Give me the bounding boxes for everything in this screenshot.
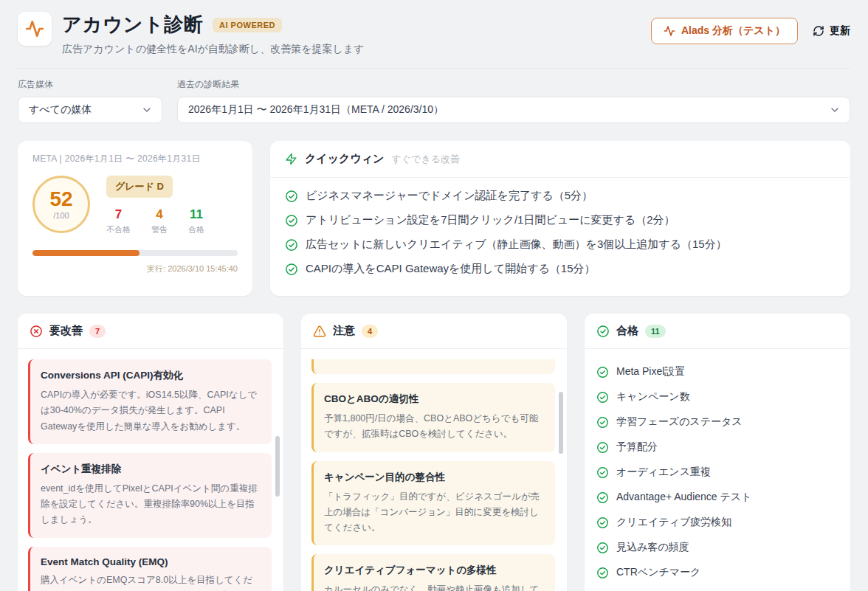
fail-column-count: 7 <box>89 325 106 338</box>
zap-icon <box>285 153 297 165</box>
filter-bar: 広告媒体 すべての媒体 過去の診断結果 2026年1月1日 〜 2026年1月3… <box>18 69 850 141</box>
refresh-button[interactable]: 更新 <box>813 24 850 38</box>
pass-item: Meta Pixel設置 <box>595 359 838 384</box>
page-title: アカウント診断 <box>62 12 204 38</box>
score-card: META | 2026年1月1日 〜 2026年1月31日 52 /100 グレ… <box>18 141 252 296</box>
check-circle-icon <box>285 214 298 227</box>
quick-win-text: 広告セットに新しいクリエイティブ（静止画像、動画）を3個以上追加する（15分） <box>306 238 727 252</box>
quick-win-item: ビジネスマネージャーでドメイン認証を完了する（5分） <box>285 189 836 203</box>
chevron-down-icon <box>141 104 153 116</box>
score-value: 52 <box>49 189 72 210</box>
issue-card: Conversions API (CAPI)有効化 CAPIの導入が必要です。i… <box>28 359 272 444</box>
warn-column-count: 4 <box>362 325 378 338</box>
refresh-label: 更新 <box>830 24 850 38</box>
executed-timestamp: 実行: 2026/3/10 15:45:40 <box>32 263 238 274</box>
fail-count-value: 7 <box>106 207 131 222</box>
issue-title: Event Match Quality (EMQ) <box>41 556 261 567</box>
quick-wins-card: クイックウィン すぐできる改善 ビジネスマネージャーでドメイン認証を完了する（5… <box>270 141 850 296</box>
check-circle-icon <box>285 238 298 252</box>
pass-item: クリエイティブ疲労検知 <box>595 510 838 535</box>
score-progress-fill <box>32 250 140 256</box>
issue-card: キャンペーン目的の整合性 「トラフィック」目的ですが、ビジネスゴールが売上の場合… <box>311 461 555 546</box>
refresh-icon <box>813 25 824 37</box>
issue-body: 「トラフィック」目的ですが、ビジネスゴールが売上の場合は「コンバージョン」目的に… <box>324 489 545 536</box>
issue-card: クリエイティブフォーマットの多様性 カルーセルのみでなく、動画や静止画像も追加し… <box>311 554 555 591</box>
issue-title: CBOとABOの適切性 <box>324 393 545 406</box>
media-select-value: すべての媒体 <box>29 103 92 117</box>
issue-body: カルーセルのみでなく、動画や静止画像も追加してテストしましょう。3つ以上のフォー… <box>324 582 545 591</box>
alads-analyze-label: Alads 分析（テスト） <box>681 24 785 38</box>
pass-item-label: オーディエンス重複 <box>616 466 711 479</box>
quick-win-item: アトリビューション設定を7日間クリック/1日間ビューに変更する（2分） <box>285 213 836 227</box>
pass-item: 予算配分 <box>595 435 838 460</box>
pass-column-count: 11 <box>645 325 666 338</box>
issue-body: 購入イベントのEMQスコア8.0以上を目指してください。現在のスコアが低い場合、… <box>41 573 261 591</box>
history-select-value: 2026年1月1日 〜 2026年1月31日（META / 2026/3/10） <box>188 103 444 117</box>
issues-columns: 要改善 7 Conversions API (CAPI)有効化 CAPIの導入が… <box>18 314 850 591</box>
warn-count: 4 警告 <box>151 207 168 235</box>
score-meta: META | 2026年1月1日 〜 2026年1月31日 <box>32 153 238 165</box>
history-filter-label: 過去の診断結果 <box>177 78 850 91</box>
scrollbar-thumb[interactable] <box>275 436 280 497</box>
score-circle: 52 /100 <box>32 176 90 233</box>
page-subtitle: 広告アカウントの健全性をAIが自動診断し、改善策を提案します <box>62 43 365 56</box>
pass-item-label: キャンペーン数 <box>616 390 690 404</box>
pass-item-label: 学習フェーズのステータス <box>616 415 743 429</box>
fail-column-body: Conversions API (CAPI)有効化 CAPIの導入が必要です。i… <box>18 349 283 591</box>
score-max: /100 <box>53 211 69 220</box>
pass-item-label: CTRベンチマーク <box>616 566 700 579</box>
activity-icon <box>25 19 44 38</box>
page: アカウント診断 AI POWERED 広告アカウントの健全性をAIが自動診断し、… <box>0 0 868 591</box>
fail-count-label: 不合格 <box>106 224 131 235</box>
check-circle-icon <box>596 441 609 454</box>
fail-column-title: 要改善 <box>49 324 83 338</box>
pass-item: Advantage+ Audience テスト <box>595 485 838 510</box>
grade-badge: グレード D <box>106 176 173 198</box>
issue-body: CAPIの導入が必要です。iOS14.5以降、CAPIなしでは30-40%のデー… <box>41 387 261 435</box>
warn-count-value: 4 <box>151 207 168 222</box>
warn-column: 注意 4 CBOとABOの適切性 予算1,800円/日の場合、CBOとABOどち… <box>301 314 567 591</box>
pass-count-label: 合格 <box>188 224 204 235</box>
chevron-down-icon <box>829 104 841 116</box>
check-circle-icon <box>596 542 609 554</box>
page-header: アカウント診断 AI POWERED 広告アカウントの健全性をAIが自動診断し、… <box>18 0 850 69</box>
check-circle-icon <box>285 190 298 203</box>
pass-item: 学習フェーズのステータス <box>595 409 838 435</box>
pass-item-label: Advantage+ Audience テスト <box>616 491 752 504</box>
quick-win-text: ビジネスマネージャーでドメイン認証を完了する（5分） <box>306 189 593 203</box>
quick-win-text: アトリビューション設定を7日間クリック/1日間ビューに変更する（2分） <box>306 213 675 227</box>
history-select[interactable]: 2026年1月1日 〜 2026年1月31日（META / 2026/3/10） <box>177 97 850 123</box>
ai-powered-badge: AI POWERED <box>213 18 282 32</box>
pass-item: キャンペーン数 <box>595 384 838 409</box>
media-filter-label: 広告媒体 <box>18 78 162 91</box>
issue-body: 予算1,800円/日の場合、CBOとABOどちらでも可能ですが、拡張時はCBOを… <box>324 411 545 443</box>
quick-win-item: 広告セットに新しいクリエイティブ（静止画像、動画）を3個以上追加する（15分） <box>285 238 836 252</box>
check-circle-icon <box>596 491 609 504</box>
media-select[interactable]: すべての媒体 <box>18 97 162 123</box>
pass-item-label: クリエイティブ疲労検知 <box>616 516 731 529</box>
pass-item: CTRベンチマーク <box>595 560 838 585</box>
alads-analyze-button[interactable]: Alads 分析（テスト） <box>651 18 798 44</box>
check-circle-icon <box>596 391 609 404</box>
quick-wins-subtitle: すぐできる改善 <box>391 153 460 166</box>
issue-title: キャンペーン目的の整合性 <box>324 471 545 484</box>
scrollbar-thumb[interactable] <box>559 392 563 454</box>
pass-count: 11 合格 <box>188 207 204 235</box>
issue-title: Conversions API (CAPI)有効化 <box>41 369 261 382</box>
warn-count-label: 警告 <box>151 224 168 235</box>
pulse-icon <box>664 25 675 37</box>
app-logo <box>18 12 52 46</box>
fail-count: 7 不合格 <box>106 207 131 235</box>
pass-column-body: Meta Pixel設置 キャンペーン数 学習フェーズのステータス 予算配分 オ… <box>585 349 850 591</box>
pass-count-value: 11 <box>188 207 204 222</box>
score-progress-bar <box>32 250 238 256</box>
warn-column-title: 注意 <box>333 324 355 338</box>
quick-win-item: CAPIの導入をCAPI Gatewayを使用して開始する（15分） <box>285 262 836 276</box>
issue-body: event_idを使用してPixelとCAPIイベント間の重複排除を設定してくだ… <box>41 481 261 528</box>
pass-item-label: 予算配分 <box>616 440 658 454</box>
check-circle-icon <box>596 366 609 379</box>
issue-card: イベント重複排除 event_idを使用してPixelとCAPIイベント間の重複… <box>28 453 272 538</box>
check-circle-icon <box>285 263 298 276</box>
issue-title: イベント重複排除 <box>41 463 261 476</box>
pass-column: 合格 11 Meta Pixel設置 キャンペーン数 学習フェーズのステータス <box>585 314 850 591</box>
